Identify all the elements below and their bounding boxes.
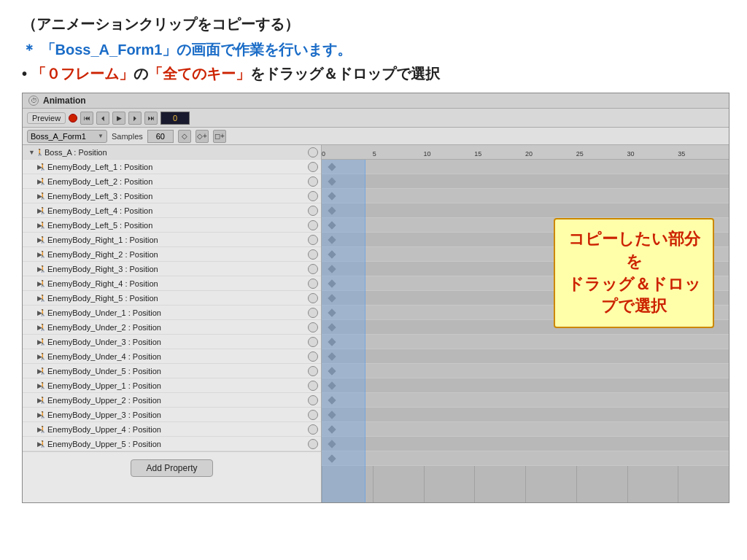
keyframe-circle-btn[interactable] [308, 308, 318, 318]
expand-arrow[interactable]: ▶ [26, 280, 37, 287]
property-row[interactable]: ▶🚶EnemyBody_Left_2 : Position [23, 174, 321, 189]
keyframe-circle-btn[interactable] [308, 410, 318, 420]
expand-arrow[interactable]: ▶ [26, 236, 37, 244]
expand-arrow[interactable]: ▶ [26, 207, 37, 214]
property-row[interactable]: ▶🚶EnemyBody_Right_1 : Position [23, 233, 321, 247]
property-icon: 🚶 [37, 279, 47, 289]
record-button[interactable] [69, 114, 77, 122]
keyframe-circle-btn[interactable] [308, 279, 318, 289]
clip-selector[interactable]: Boss_A_Form1 ▼ [27, 130, 107, 143]
keyframe-circle-btn[interactable] [308, 220, 318, 230]
property-icon: 🚶 [37, 351, 47, 362]
property-row[interactable]: ▶🚶EnemyBody_Under_1 : Position [23, 306, 321, 320]
expand-arrow[interactable]: ▶ [26, 192, 37, 200]
step-forward-button[interactable]: ⏵ [128, 112, 142, 125]
property-row[interactable]: ▶🚶EnemyBody_Under_5 : Position [23, 364, 321, 378]
keyframe-circle-btn[interactable] [308, 337, 318, 347]
property-name-label: EnemyBody_Right_3 : Position [47, 265, 308, 273]
property-name-label: EnemyBody_Upper_5 : Position [47, 440, 308, 448]
keyframe-circle-btn[interactable] [308, 162, 318, 172]
track-row-timeline [322, 393, 729, 408]
expand-arrow[interactable]: ▶ [26, 338, 37, 346]
ruler-label: 10 [424, 150, 431, 158]
expand-arrow[interactable]: ▶ [26, 251, 37, 258]
keyframe-diamond [328, 279, 336, 287]
expand-arrow[interactable]: ▶ [26, 440, 37, 448]
keyframe-btn-2[interactable]: ◇+ [196, 130, 209, 143]
expand-arrow[interactable]: ▶ [26, 382, 37, 389]
keyframe-circle-btn[interactable] [308, 351, 318, 362]
keyframe-circle-btn[interactable] [308, 439, 318, 449]
expand-arrow[interactable]: ▶ [26, 265, 37, 273]
expand-arrow[interactable]: ▶ [26, 397, 37, 404]
expand-arrow[interactable]: ▶ [26, 324, 37, 331]
timeline-area[interactable]: 0510152025303540 コピーしたい部分を ドラッグ＆ドロップで選択 [322, 145, 729, 502]
property-row[interactable]: ▶🚶EnemyBody_Right_3 : Position [23, 262, 321, 276]
callout-box: コピーしたい部分を ドラッグ＆ドロップで選択 [554, 218, 714, 328]
time-input[interactable]: 0 [160, 112, 190, 125]
keyframe-circle-btn[interactable] [308, 424, 318, 435]
time-ruler: 0510152025303540 [322, 145, 729, 160]
keyframe-circle-btn[interactable] [308, 147, 318, 158]
property-row[interactable]: ▶🚶EnemyBody_Left_3 : Position [23, 189, 321, 203]
keyframe-circle-btn[interactable] [308, 264, 318, 274]
property-row[interactable]: ▶🚶EnemyBody_Right_5 : Position [23, 291, 321, 306]
property-row[interactable]: ▶🚶EnemyBody_Left_1 : Position [23, 160, 321, 174]
property-icon: 🚶 [37, 206, 47, 216]
property-row[interactable]: ▶🚶EnemyBody_Right_4 : Position [23, 276, 321, 291]
keyframe-diamond [328, 396, 336, 404]
no-particle: の [133, 64, 148, 84]
expand-arrow[interactable]: ▶ [26, 368, 37, 375]
property-row[interactable]: ▼🚶Boss_A : Position [23, 145, 321, 160]
expand-arrow[interactable]: ▶ [26, 163, 37, 171]
property-row[interactable]: ▶🚶EnemyBody_Under_3 : Position [23, 335, 321, 349]
add-property-button[interactable]: Add Property [131, 459, 212, 477]
keyframe-circle-btn[interactable] [308, 293, 318, 303]
property-row[interactable]: ▶🚶EnemyBody_Upper_3 : Position [23, 408, 321, 422]
track-row-timeline [322, 364, 729, 378]
keyframe-circle-btn[interactable] [308, 366, 318, 376]
property-row[interactable]: ▶🚶EnemyBody_Upper_1 : Position [23, 378, 321, 393]
property-row[interactable]: ▶🚶EnemyBody_Under_4 : Position [23, 349, 321, 364]
track-row-timeline [322, 160, 729, 174]
expand-arrow[interactable]: ▶ [26, 295, 37, 302]
expand-arrow[interactable]: ▶ [26, 178, 37, 185]
instruction-line2: ＊ 「Boss_A_Form1」の画面で作業を行います。 [22, 40, 725, 60]
keyframe-circle-btn[interactable] [308, 206, 318, 216]
expand-arrow[interactable]: ▶ [26, 411, 37, 419]
keyframe-btn-3[interactable]: ◻+ [213, 130, 226, 143]
keyframe-circle-btn[interactable] [308, 235, 318, 245]
property-row[interactable]: ▶🚶EnemyBody_Left_5 : Position [23, 218, 321, 233]
skip-start-button[interactable]: ⏮ [80, 112, 93, 125]
keyframe-circle-btn[interactable] [308, 395, 318, 405]
expand-arrow[interactable]: ▶ [26, 309, 37, 316]
expand-arrow[interactable]: ▶ [26, 353, 37, 360]
keyframe-circle-btn[interactable] [308, 191, 318, 201]
property-icon: 🚶 [37, 264, 47, 274]
property-row[interactable]: ▶🚶EnemyBody_Under_2 : Position [23, 320, 321, 335]
keyframe-circle-btn[interactable] [308, 322, 318, 332]
property-row[interactable]: ▶🚶EnemyBody_Upper_4 : Position [23, 422, 321, 437]
property-row[interactable]: ▶🚶EnemyBody_Right_2 : Position [23, 247, 321, 262]
timeline-tracks[interactable]: コピーしたい部分を ドラッグ＆ドロップで選択 [322, 160, 729, 502]
track-row-timeline [322, 451, 729, 466]
keyframe-circle-btn[interactable] [308, 249, 318, 260]
keyframe-diamond [328, 454, 336, 462]
step-back-button[interactable]: ⏴ [96, 112, 109, 125]
samples-input[interactable]: 60 [147, 130, 174, 143]
expand-arrow[interactable]: ▼ [26, 149, 34, 156]
property-row[interactable]: ▶🚶EnemyBody_Left_4 : Position [23, 203, 321, 218]
keyframe-circle-btn[interactable] [308, 176, 318, 187]
keyframe-btn-1[interactable]: ◇ [178, 130, 191, 143]
property-icon: 🚶 [37, 191, 47, 201]
play-button[interactable]: ▶ [112, 112, 125, 125]
expand-arrow[interactable]: ▶ [26, 222, 37, 229]
property-name-label: EnemyBody_Left_3 : Position [47, 192, 308, 201]
property-row[interactable]: ▶🚶EnemyBody_Upper_5 : Position [23, 437, 321, 451]
preview-button[interactable]: Preview [27, 112, 66, 124]
keyframe-circle-btn[interactable] [308, 381, 318, 391]
expand-arrow[interactable]: ▶ [26, 426, 37, 433]
skip-end-button[interactable]: ⏭ [144, 112, 158, 125]
keyframe-diamond [328, 323, 336, 331]
property-row[interactable]: ▶🚶EnemyBody_Upper_2 : Position [23, 393, 321, 408]
